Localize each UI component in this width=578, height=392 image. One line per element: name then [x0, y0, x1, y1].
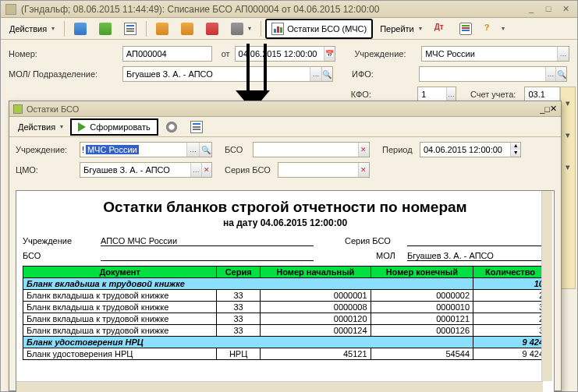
inner-period-label: Период	[382, 145, 415, 154]
table-cell: 0000126	[371, 325, 473, 337]
mol-input[interactable]	[123, 67, 310, 81]
tool-record[interactable]	[69, 19, 92, 38]
form-report-button[interactable]: Сформировать	[70, 118, 158, 136]
table-cell: 0000001	[261, 290, 371, 302]
main-window-title: (Гэндальф; 08.06.2015 11:44:49): Списани…	[21, 4, 521, 15]
kfo-input[interactable]	[418, 87, 446, 101]
group-row: Бланк вкладыша к трудовой книжке10	[23, 278, 548, 290]
tool-help[interactable]: ?	[479, 19, 510, 38]
close-button[interactable]: ✕	[558, 4, 573, 15]
rpt-mol-value: Бгуашев З. А. - АПСО	[407, 251, 548, 261]
table-cell: 33	[217, 325, 261, 337]
table-cell: 3	[473, 325, 548, 337]
inner-cmo-input[interactable]	[80, 163, 190, 177]
goto-menu[interactable]: Перейти	[374, 21, 427, 37]
inner-series-label: Серия БСО	[225, 165, 273, 175]
rpt-bso-label: БСО	[23, 251, 101, 261]
report-table: ДокументСерияНомер начальныйНомер конечн…	[23, 266, 548, 360]
group-name-cell: Бланк удостоверения НРЦ	[23, 337, 473, 348]
inner-cmo-select-button[interactable]	[190, 163, 200, 177]
inner-form: Учреждение: !МЧС России БСО Период ▲▼ ЦМ…	[9, 137, 561, 187]
table-row: Бланк вкладыша к трудовой книжке33000012…	[23, 313, 548, 325]
spin-up[interactable]: ▲	[510, 143, 520, 150]
period-spinner[interactable]: ▲▼	[510, 143, 520, 157]
delete-icon	[206, 23, 218, 35]
table-cell: 0000002	[371, 290, 473, 302]
rpt-bso-value	[101, 251, 314, 261]
list-icon	[459, 23, 472, 35]
inner-titlebar: Остатки БСО _ □ ✕	[9, 101, 561, 117]
ostatki-bso-label: Остатки БСО (МЧС)	[287, 24, 367, 34]
tool-refresh[interactable]	[94, 19, 117, 38]
table-cell: 0000120	[261, 313, 371, 325]
inner-period-field[interactable]: ▲▼	[420, 142, 521, 157]
ifo-input[interactable]	[420, 67, 545, 81]
number-field[interactable]	[122, 46, 212, 62]
tool-post[interactable]	[119, 19, 142, 38]
inner-org-value: МЧС России	[86, 145, 139, 154]
kfo-select-button[interactable]	[446, 87, 456, 101]
inner-cmo-clear-button[interactable]	[201, 163, 211, 177]
app-icon	[5, 4, 16, 15]
number-input[interactable]	[123, 47, 211, 61]
mol-select-button[interactable]	[310, 67, 321, 81]
tool-del[interactable]	[200, 19, 224, 38]
ifo-field[interactable]	[419, 66, 567, 82]
horizontal-scrollbar[interactable]	[16, 381, 543, 392]
side-strip-item-2[interactable]: ▾	[561, 119, 575, 151]
inner-maximize-button[interactable]: □	[544, 104, 550, 114]
tool-copy[interactable]	[151, 19, 174, 38]
copy-icon	[156, 23, 168, 35]
side-strip-item-1[interactable]: ▾	[561, 87, 575, 119]
inner-bso-field[interactable]	[253, 142, 370, 157]
mol-search-button[interactable]	[321, 67, 332, 81]
kfo-field[interactable]	[417, 87, 456, 102]
tool-paste[interactable]	[176, 19, 199, 38]
inner-cmo-field[interactable]	[80, 162, 212, 178]
inner-series-field[interactable]	[278, 162, 370, 178]
inner-org-field[interactable]: !МЧС России	[80, 142, 212, 157]
calendar-button[interactable]	[324, 47, 335, 61]
org-input[interactable]	[422, 47, 557, 61]
table-cell: Бланк вкладыша к трудовой книжке	[23, 302, 217, 313]
inner-period-input[interactable]	[420, 143, 510, 157]
inner-close-button[interactable]: ✕	[550, 104, 557, 114]
record-icon	[74, 23, 87, 35]
table-cell: НРЦ	[217, 348, 261, 360]
tool-debit[interactable]: Дт	[429, 19, 452, 38]
table-cell: Бланк вкладыша к трудовой книжке	[23, 290, 217, 302]
actions-menu[interactable]: Действия	[4, 21, 60, 37]
ifo-search-button[interactable]	[555, 67, 566, 81]
inner-bso-input[interactable]	[254, 143, 358, 157]
mol-field[interactable]	[122, 66, 333, 82]
spin-down[interactable]: ▼	[510, 150, 520, 157]
table-cell: 33	[217, 302, 261, 313]
maximize-button[interactable]: □	[541, 4, 555, 15]
minimize-button[interactable]: _	[524, 4, 538, 15]
inner-org-select-button[interactable]	[186, 143, 199, 157]
date-input[interactable]	[236, 47, 324, 61]
inner-bso-label: БСО	[225, 145, 248, 154]
inner-bso-clear-button[interactable]	[358, 143, 369, 157]
main-window: (Гэндальф; 08.06.2015 11:44:49): Списани…	[0, 0, 578, 392]
inner-series-input[interactable]	[278, 163, 358, 177]
tool-print[interactable]	[225, 19, 257, 38]
report-header-cell: Номер начальный	[261, 267, 371, 278]
inner-tool-filter[interactable]	[185, 118, 208, 136]
rpt-org-label: Учреждение	[23, 236, 101, 246]
table-cell: Бланк вкладыша к трудовой книжке	[23, 313, 217, 325]
tool-list[interactable]	[454, 19, 477, 38]
inner-tool-settings[interactable]	[160, 118, 183, 136]
inner-series-clear-button[interactable]	[358, 163, 369, 177]
org-select-button[interactable]	[557, 47, 569, 61]
org-field[interactable]	[421, 46, 569, 62]
report-area[interactable]: Остатки бланков строгой отчетности по но…	[16, 190, 555, 392]
ifo-select-button[interactable]	[545, 67, 556, 81]
inner-org-search-button[interactable]	[199, 143, 211, 157]
date-field[interactable]	[235, 46, 336, 62]
ostatki-bso-button[interactable]: Остатки БСО (МЧС)	[265, 19, 373, 39]
side-strip-item-3[interactable]: ▾	[561, 151, 575, 183]
account-input[interactable]	[525, 87, 558, 101]
vertical-scrollbar[interactable]	[541, 191, 552, 381]
inner-actions-menu[interactable]: Действия	[12, 119, 69, 135]
